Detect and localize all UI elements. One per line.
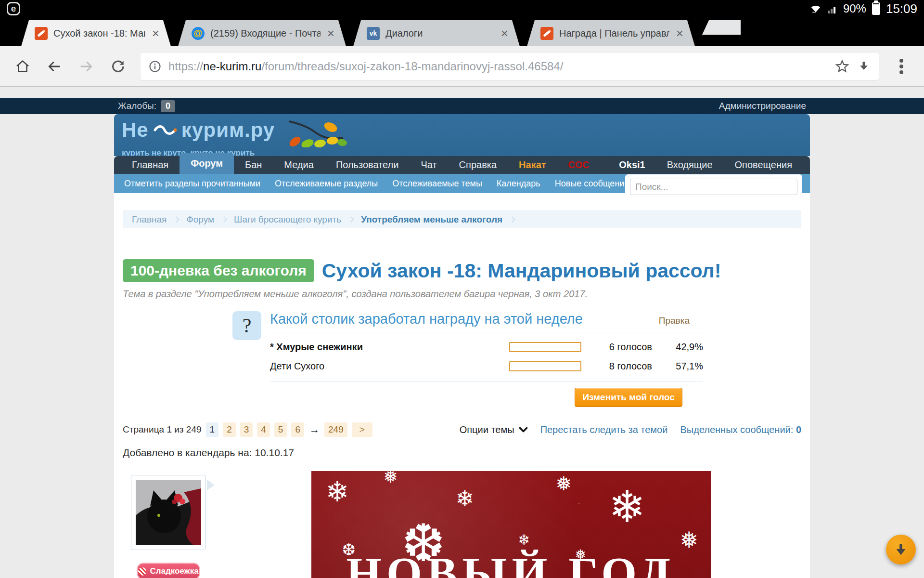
status-clock: 15:09	[886, 1, 917, 16]
poll-percent: 57,1%	[658, 361, 703, 372]
nav-item-inbox[interactable]: Входящие	[656, 156, 724, 174]
back-button[interactable]	[40, 53, 68, 80]
vk-favicon-icon: vk	[367, 27, 380, 40]
page-button-1[interactable]: 1	[206, 422, 219, 437]
tab-title: (2159) Входящие - Почта M	[210, 28, 321, 39]
subnav-watched-forums[interactable]: Отслеживаемые разделы	[268, 179, 385, 189]
url-text[interactable]: https://ne-kurim.ru/forum/threads/suxoj-…	[168, 60, 828, 73]
nav-item-users[interactable]: Пользователи	[325, 156, 410, 174]
page-top-gap	[0, 87, 924, 98]
unwatch-thread-link[interactable]: Перестать следить за темой	[540, 424, 668, 435]
tab-mail[interactable]: @ (2159) Входящие - Почта M ×	[178, 20, 346, 46]
bookmark-star-icon[interactable]	[834, 59, 850, 74]
page-button-4[interactable]: 4	[257, 422, 270, 437]
poll-edit-link[interactable]: Правка	[659, 315, 690, 326]
site-logo[interactable]: Не курим.ру курить	[122, 113, 347, 158]
notification-app-icon: e	[7, 2, 20, 15]
scroll-download-fab[interactable]	[886, 535, 916, 565]
poll-block: ? Какой столик заработал награду на этой…	[232, 311, 703, 407]
post-author-column: Сладкоежка	[131, 471, 206, 578]
nav-item-nakat[interactable]: Накат	[508, 156, 557, 174]
page-counter-label: Страница 1 из 249	[123, 424, 202, 435]
calendar-note: Добавлено в календарь на: 10.10.17	[123, 447, 801, 459]
tab-award-panel[interactable]: Награда | Панель управлен ×	[527, 20, 695, 46]
android-status-bar: e 90% 15:09	[0, 0, 924, 17]
poll-question-icon: ?	[232, 311, 261, 340]
nav-item-chat[interactable]: Чат	[410, 156, 448, 174]
subnav-watched-threads[interactable]: Отслеживаемые темы	[385, 179, 489, 189]
new-year-image-text: НОВЫЙ ГОД	[311, 547, 711, 578]
candy-icon	[138, 567, 146, 576]
page-next-button[interactable]: >	[352, 422, 372, 437]
poll-votes: 8 голосов	[588, 361, 652, 372]
page-button-6[interactable]: 6	[291, 422, 304, 437]
poll-option-label: * Хмурые снежинки	[270, 342, 503, 353]
tab-close-icon[interactable]: ×	[500, 27, 509, 39]
forward-button[interactable]	[72, 53, 100, 80]
tab-close-icon[interactable]: ×	[326, 27, 335, 39]
search-box	[625, 174, 802, 200]
thread-prefix-badge[interactable]: 100-дневка без алкоголя	[123, 259, 314, 282]
new-year-snowflakes-image[interactable]: ❄ ❅ ❄ ❆ ❅ ❄ ❅ ❄ ❆ ❅ НОВЫЙ ГОД	[311, 471, 711, 578]
page-button-2[interactable]: 2	[223, 422, 236, 437]
breadcrumb-current[interactable]: Употребляем меньше алкоголя	[361, 214, 502, 225]
browser-toolbar: https://ne-kurim.ru/forum/threads/suxoj-…	[0, 46, 924, 87]
forum-post: Сладкоежка ❄ ❅ ❄ ❆ ❅ ❄ ❅ ❄ ❆ ❅ НОВЫЙ ГОД	[123, 471, 801, 578]
author-award-badge: Сладкоежка	[137, 563, 200, 578]
pages-ellipsis-arrow: →	[309, 424, 320, 435]
nav-item-ban[interactable]: Бан	[234, 156, 273, 174]
page-button-last[interactable]: 249	[324, 422, 347, 437]
subnav-calendar[interactable]: Календарь	[489, 179, 548, 189]
tab-close-icon[interactable]: ×	[151, 27, 160, 39]
browser-tab-strip: Сухой закон -18: Мандарин × @ (2159) Вхо…	[0, 17, 924, 46]
selected-messages-link[interactable]: Выделенных сообщений: 0	[680, 424, 801, 435]
tab-vk-dialogs[interactable]: vk Диалоги ×	[353, 20, 520, 46]
poll-option-row: Дети Сухого 8 голосов 57,1%	[270, 361, 703, 372]
post-message: ❄ ❅ ❄ ❆ ❅ ❄ ❅ ❄ ❆ ❅ НОВЫЙ ГОД	[220, 471, 801, 578]
cigarette-glyph-icon	[543, 30, 551, 37]
page-content: Главная Форум Шаги бросающего курить Упо…	[114, 193, 810, 578]
divider	[270, 381, 703, 381]
browser-menu-icon[interactable]	[887, 53, 915, 80]
address-bar[interactable]: https://ne-kurim.ru/forum/threads/suxoj-…	[141, 53, 879, 80]
tab-title: Награда | Панель управлен	[559, 28, 669, 39]
nav-item-media[interactable]: Медиа	[273, 156, 325, 174]
author-avatar[interactable]	[131, 475, 206, 550]
breadcrumb-section[interactable]: Шаги бросающего курить	[234, 214, 341, 225]
url-domain: ne-kurim.ru	[203, 60, 261, 73]
subnav-new-posts[interactable]: Новые сообщения	[548, 179, 636, 189]
poll-option-row: * Хмурые снежинки 6 голосов 42,9%	[270, 342, 703, 353]
breadcrumb-separator-icon	[509, 216, 515, 223]
breadcrumb-separator-icon	[173, 216, 180, 223]
partial-tab-stub	[702, 20, 741, 35]
breadcrumb-home[interactable]: Главная	[132, 214, 167, 225]
page-button-3[interactable]: 3	[240, 422, 253, 437]
knotted-cigarette-icon	[154, 124, 177, 136]
divider	[270, 333, 703, 333]
search-input[interactable]	[630, 179, 797, 195]
page-info-icon[interactable]	[148, 60, 162, 73]
battery-percentage: 90%	[843, 2, 866, 15]
change-vote-button[interactable]: Изменить мой голос	[575, 388, 682, 407]
reload-button[interactable]	[104, 53, 132, 80]
download-page-icon[interactable]	[857, 59, 871, 74]
subnav-mark-read[interactable]: Отметить разделы прочитанными	[117, 179, 268, 189]
nav-item-main[interactable]: Главная	[121, 156, 180, 174]
home-button[interactable]	[9, 53, 37, 80]
thread-options-dropdown[interactable]: Опции темы	[460, 424, 528, 435]
nav-item-forum[interactable]: Форум	[180, 153, 234, 174]
complaints-label[interactable]: Жалобы:	[118, 101, 156, 111]
nav-item-help[interactable]: Справка	[448, 156, 508, 174]
mailru-favicon-icon: @	[192, 27, 205, 40]
page-button-5[interactable]: 5	[274, 422, 287, 437]
complaints-count-badge[interactable]: 0	[161, 100, 175, 112]
administration-link[interactable]: Администрирование	[719, 101, 806, 111]
nav-item-sos[interactable]: СОС	[557, 156, 601, 174]
account-username[interactable]: Oksi1	[608, 159, 655, 171]
forum-subnav: Отметить разделы прочитанными Отслеживае…	[114, 174, 810, 193]
tab-thread[interactable]: Сухой закон -18: Мандарин ×	[21, 20, 171, 46]
breadcrumb-separator-icon	[348, 216, 354, 223]
breadcrumb-forum[interactable]: Форум	[186, 214, 214, 225]
nav-item-alerts[interactable]: Оповещения	[724, 156, 803, 174]
tab-close-icon[interactable]: ×	[675, 27, 684, 39]
